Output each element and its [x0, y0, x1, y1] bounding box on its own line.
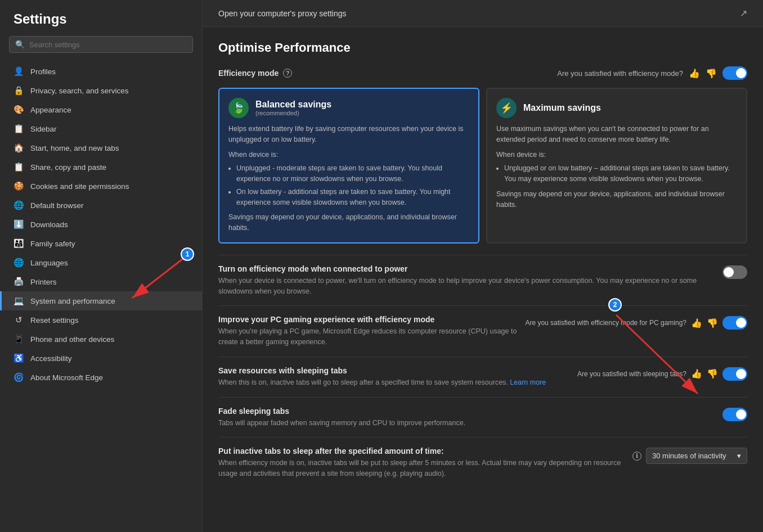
setting-row-sleeping-tabs: Save resources with sleeping tabs When t… [218, 357, 747, 397]
nav-icon-about: 🌀 [14, 372, 24, 382]
toggle-thumb-gaming [736, 318, 746, 328]
sidebar: Settings 🔍 👤 Profiles 🔒 Privacy, search,… [0, 0, 203, 532]
savings-cards: 🍃 Balanced savings (recommended) Helps e… [218, 88, 747, 244]
thumbup-icon-gaming[interactable]: 👍 [691, 318, 702, 328]
setting-row-gaming: Improve your PC gaming experience with e… [218, 305, 747, 357]
row-title-sleeping-tabs: Save resources with sleeping tabs [218, 366, 571, 375]
thumbdown-icon-gaming[interactable]: 👎 [707, 318, 718, 328]
toggle-gaming[interactable] [722, 316, 747, 330]
nav-icon-cookies: 🍪 [14, 181, 24, 191]
row-title-fade-sleeping: Fade sleeping tabs [218, 407, 716, 416]
dropdown-chevron-inactive-tabs: ▾ [737, 452, 741, 460]
balanced-body-intro: Helps extend battery life by saving comp… [228, 124, 469, 145]
sidebar-item-appearance[interactable]: 🎨 Appearance [0, 100, 202, 119]
sidebar-item-reset-settings[interactable]: ↺ Reset settings [0, 310, 202, 330]
balanced-card-title: Balanced savings [255, 100, 331, 110]
row-left-sleeping-tabs: Save resources with sleeping tabs When t… [218, 366, 571, 388]
efficiency-thumbdown-icon[interactable]: 👎 [706, 68, 717, 79]
dropdown-inactive-tabs[interactable]: 30 minutes of inactivity ▾ [646, 448, 747, 464]
toggle-thumb-efficiency-power [724, 267, 734, 277]
row-left-gaming: Improve your PC gaming experience with e… [218, 315, 518, 348]
sidebar-item-about[interactable]: 🌀 About Microsoft Edge [0, 368, 202, 387]
maximum-bullets: Unplugged or on low battery – additional… [496, 163, 737, 184]
nav-label-appearance: Appearance [30, 106, 71, 114]
sidebar-item-languages[interactable]: 🌐 Languages [0, 253, 202, 272]
thumbup-icon-sleeping-tabs[interactable]: 👍 [691, 368, 702, 379]
nav-icon-printers: 🖨️ [14, 277, 24, 287]
learn-more-link-sleeping-tabs[interactable]: Learn more [510, 378, 546, 386]
balanced-savings-card[interactable]: 🍃 Balanced savings (recommended) Helps e… [218, 88, 479, 244]
nav-icon-phone-devices: 📱 [14, 334, 24, 344]
sidebar-item-cookies[interactable]: 🍪 Cookies and site permissions [0, 177, 202, 196]
nav-label-profiles: Profiles [30, 67, 56, 76]
row-left-efficiency-power: Turn on efficiency mode when connected t… [218, 264, 716, 297]
row-desc-efficiency-power: When your device is connected to power, … [218, 276, 716, 297]
toggle-efficiency-power[interactable] [722, 265, 747, 279]
nav-label-cookies: Cookies and site permissions [30, 182, 129, 191]
satisfied-text-sleeping-tabs: Are you satisfied with sleeping tabs? [577, 370, 686, 378]
maximum-when-device: When device is: [496, 150, 737, 160]
row-title-inactive-tabs: Put inactive tabs to sleep after the spe… [218, 447, 626, 456]
sidebar-item-phone-devices[interactable]: 📱 Phone and other devices [0, 330, 202, 349]
proxy-bar: Open your computer's proxy settings ↗ [203, 0, 763, 27]
sidebar-item-profiles[interactable]: 👤 Profiles [0, 62, 202, 81]
balanced-footer: Savings may depend on your device, appli… [228, 212, 469, 233]
sidebar-item-downloads[interactable]: ⬇️ Downloads [0, 215, 202, 234]
setting-row-fade-sleeping: Fade sleeping tabs Tabs will appear fade… [218, 397, 747, 438]
settings-rows: Turn on efficiency mode when connected t… [218, 255, 747, 488]
efficiency-thumbup-icon[interactable]: 👍 [689, 68, 700, 79]
search-box[interactable]: 🔍 [9, 36, 193, 53]
sidebar-item-accessibility[interactable]: ♿ Accessibility [0, 349, 202, 368]
maximum-body-intro: Use maximum savings when you can't be co… [496, 124, 737, 145]
nav-label-share-copy: Share, copy and paste [30, 163, 106, 172]
search-input[interactable] [29, 40, 187, 49]
search-icon: 🔍 [15, 40, 25, 49]
sidebar-item-share-copy[interactable]: 📋 Share, copy and paste [0, 157, 202, 177]
nav-list: 👤 Profiles 🔒 Privacy, search, and servic… [0, 62, 202, 387]
nav-icon-profiles: 👤 [14, 66, 24, 76]
efficiency-toggle-thumb [736, 68, 746, 78]
row-right-gaming: Are you satisfied with efficiency mode f… [525, 316, 747, 330]
sidebar-item-default-browser[interactable]: 🌐 Default browser [0, 196, 202, 215]
efficiency-header: Efficiency mode ? Are you satisfied with… [218, 66, 747, 80]
row-right-sleeping-tabs: Are you satisfied with sleeping tabs? 👍 … [577, 367, 747, 381]
sidebar-item-sidebar[interactable]: 📋 Sidebar [0, 119, 202, 138]
section-title: Optimise Performance [218, 40, 747, 55]
toggle-sleeping-tabs[interactable] [722, 367, 747, 381]
sidebar-item-family-safety[interactable]: 👨‍👩‍👧 Family safety [0, 234, 202, 253]
maximum-card-title-group: Maximum savings [523, 103, 601, 113]
row-left-fade-sleeping: Fade sleeping tabs Tabs will appear fade… [218, 407, 716, 429]
nav-label-downloads: Downloads [30, 220, 68, 229]
sidebar-item-system-performance[interactable]: 💻 System and performance [0, 291, 202, 310]
balanced-card-title-group: Balanced savings (recommended) [255, 100, 331, 116]
row-desc-inactive-tabs: When efficiency mode is on, inactive tab… [218, 458, 626, 479]
balanced-bullets: Unplugged - moderate steps are taken to … [228, 163, 469, 208]
efficiency-help-icon[interactable]: ? [283, 69, 292, 78]
nav-label-family-safety: Family safety [30, 240, 75, 248]
nav-icon-share-copy: 📋 [14, 162, 24, 172]
nav-label-system-performance: System and performance [30, 297, 115, 305]
balanced-bullet-2: On low battery - additional steps are ta… [236, 187, 469, 208]
maximum-savings-card[interactable]: ⚡ Maximum savings Use maximum savings wh… [486, 88, 747, 244]
toggle-thumb-fade-sleeping [736, 409, 746, 420]
nav-icon-sidebar: 📋 [14, 124, 24, 134]
efficiency-toggle[interactable] [722, 66, 747, 80]
sidebar-item-start-home[interactable]: 🏠 Start, home, and new tabs [0, 138, 202, 157]
balanced-card-subtitle: (recommended) [255, 110, 331, 116]
sidebar-item-printers[interactable]: 🖨️ Printers [0, 272, 202, 291]
dropdown-value-inactive-tabs: 30 minutes of inactivity [652, 452, 726, 460]
toggle-fade-sleeping[interactable] [722, 408, 747, 421]
maximum-card-header: ⚡ Maximum savings [496, 98, 737, 118]
sidebar-item-privacy[interactable]: 🔒 Privacy, search, and services [0, 81, 202, 100]
row-left-inactive-tabs: Put inactive tabs to sleep after the spe… [218, 447, 626, 479]
maximum-card-title: Maximum savings [523, 103, 601, 113]
maximum-bullet-1: Unplugged or on low battery – additional… [504, 163, 737, 184]
nav-icon-system-performance: 💻 [14, 296, 24, 306]
nav-label-privacy: Privacy, search, and services [30, 87, 129, 95]
nav-icon-family-safety: 👨‍👩‍👧 [14, 238, 24, 249]
balanced-card-header: 🍃 Balanced savings (recommended) [228, 98, 469, 118]
thumbdown-icon-sleeping-tabs[interactable]: 👎 [707, 368, 718, 379]
proxy-external-icon[interactable]: ↗ [740, 8, 747, 19]
nav-icon-accessibility: ♿ [14, 353, 24, 363]
proxy-bar-text: Open your computer's proxy settings [218, 9, 347, 18]
